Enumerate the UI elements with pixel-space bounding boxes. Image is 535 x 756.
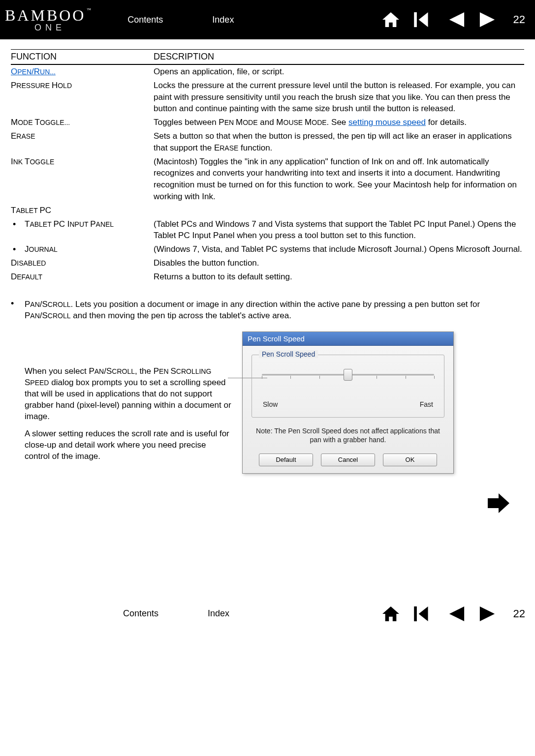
ok-button[interactable]: OK — [383, 454, 437, 466]
desc-journal: (Windows 7, Vista, and Tablet PC systems… — [154, 242, 524, 256]
dialog-note: Note: The Pen Scroll Speed does not affe… — [252, 426, 444, 444]
home-icon[interactable] — [381, 11, 400, 28]
row-journal: JOURNAL (Windows 7, Vista, and Tablet PC… — [11, 242, 524, 256]
page-content: FUNCTION DESCRIPTION OPEN/RUN... Opens a… — [0, 39, 535, 520]
link-setting-mouse-speed[interactable]: setting mouse speed — [348, 118, 426, 127]
fn-disabled: DISABLED — [11, 256, 154, 270]
top-navbar: BAMBOO ™ ONE Contents Index 22 — [0, 0, 535, 39]
desc-mode-toggle: Toggles between PEN MODE and MOUSE MODE.… — [154, 116, 524, 129]
fn-ink-toggle: INK TOGGLE — [11, 155, 154, 204]
pan-scroll-section: • PAN/SCROLL. Lets you position a docume… — [11, 299, 524, 322]
fn-tablet-panel: TABLET PC INPUT PANEL — [11, 217, 154, 243]
slider-label-fast: Fast — [420, 400, 433, 408]
row-default: DEFAULT Returns a button to its default … — [11, 270, 524, 284]
fn-pressure-hold: PRESSURE HOLD — [11, 79, 154, 116]
desc-disabled: Disables the button function. — [154, 256, 524, 270]
row-open-run: OPEN/RUN... Opens an application, file, … — [11, 64, 524, 79]
dialog-row: When you select PAN/SCROLL, the PEN SCRO… — [11, 332, 524, 473]
fn-tablet-pc: TABLET PC — [11, 204, 154, 217]
brand-logo: BAMBOO ™ ONE — [5, 6, 93, 33]
desc-pressure-hold: Locks the pressure at the current pressu… — [154, 79, 524, 116]
pen-scroll-speed-dialog: Pen Scroll Speed Pen Scroll Speed — [242, 332, 454, 473]
home-icon[interactable] — [381, 605, 400, 622]
desc-tablet-panel: (Tablet PCs and Windows 7 and Vista syst… — [154, 217, 524, 243]
fieldset-legend: Pen Scroll Speed — [259, 350, 318, 358]
default-button[interactable]: Default — [259, 454, 313, 466]
fn-open-run[interactable]: OPEN/RUN... — [11, 67, 56, 76]
brand-main: BAMBOO — [5, 6, 86, 25]
slider-thumb-icon[interactable] — [344, 369, 352, 381]
fn-mode-toggle: MODE TOGGLE... — [11, 116, 154, 129]
desc-default: Returns a button to its default setting. — [154, 270, 524, 284]
desc-ink-toggle: (Macintosh) Toggles the "ink in any appl… — [154, 155, 524, 204]
pan-scroll-text: PAN/SCROLL. Lets you position a document… — [25, 299, 524, 322]
dialog-fieldset: Pen Scroll Speed Slow Fast — [252, 355, 444, 418]
bottom-navbar: Contents Index 22 — [0, 599, 535, 629]
desc-open-run: Opens an application, file, or script. — [154, 64, 524, 79]
row-mode-toggle: MODE TOGGLE... Toggles between PEN MODE … — [11, 116, 524, 129]
prev-page-icon[interactable] — [448, 11, 465, 28]
continue-arrow-icon[interactable] — [488, 493, 509, 513]
next-page-icon[interactable] — [479, 11, 496, 28]
brand-tm: ™ — [87, 7, 93, 12]
svg-rect-0 — [414, 12, 417, 27]
th-function: FUNCTION — [11, 50, 154, 65]
page-number-bottom: 22 — [513, 607, 525, 620]
row-erase: ERASE Sets a button so that when the but… — [11, 129, 524, 155]
slider-label-slow: Slow — [263, 400, 278, 408]
fn-journal: JOURNAL — [11, 242, 154, 256]
nav-index-link-bottom[interactable]: Index — [208, 608, 229, 619]
prev-page-icon[interactable] — [448, 605, 465, 622]
nav-index-link[interactable]: Index — [212, 15, 234, 25]
row-pressure-hold: PRESSURE HOLD Locks the pressure at the … — [11, 79, 524, 116]
th-description: DESCRIPTION — [154, 50, 524, 65]
fn-default: DEFAULT — [11, 270, 154, 284]
row-tablet-panel: TABLET PC INPUT PANEL (Tablet PCs and Wi… — [11, 217, 524, 243]
fn-erase: ERASE — [11, 129, 154, 155]
scroll-speed-slider[interactable] — [262, 369, 434, 389]
desc-erase: Sets a button so that when the button is… — [154, 129, 524, 155]
nav-contents-link-bottom[interactable]: Contents — [123, 608, 158, 619]
svg-rect-1 — [414, 606, 417, 621]
first-page-icon[interactable] — [414, 605, 435, 622]
function-table: FUNCTION DESCRIPTION OPEN/RUN... Opens a… — [11, 49, 524, 284]
brand-sub: ONE — [34, 23, 65, 33]
row-tablet-pc: TABLET PC — [11, 204, 524, 217]
row-ink-toggle: INK TOGGLE (Macintosh) Toggles the "ink … — [11, 155, 524, 204]
row-disabled: DISABLED Disables the button function. — [11, 256, 524, 270]
dialog-title: Pen Scroll Speed — [243, 332, 453, 346]
cancel-button[interactable]: Cancel — [321, 454, 375, 466]
page-number-top: 22 — [513, 13, 525, 26]
next-page-icon[interactable] — [479, 605, 496, 622]
first-page-icon[interactable] — [414, 11, 435, 28]
nav-contents-link[interactable]: Contents — [127, 15, 163, 25]
dialog-description: When you select PAN/SCROLL, the PEN SCRO… — [11, 332, 242, 473]
